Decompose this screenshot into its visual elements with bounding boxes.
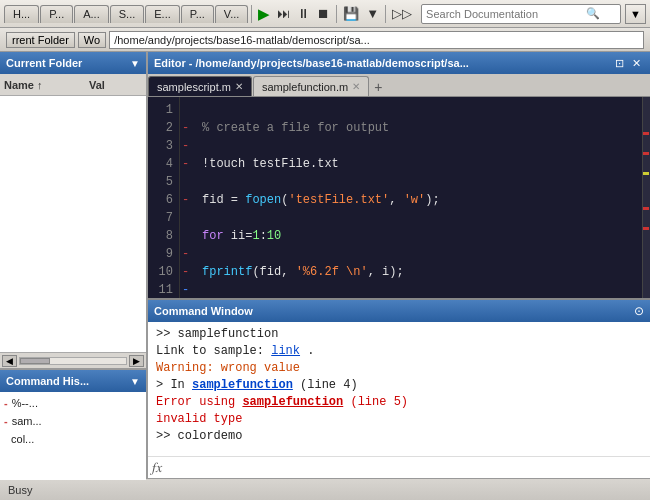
editor-titlebar: Editor - /home/andy/projects/base16-matl… [148, 52, 650, 74]
cmd-bullet-1: - [4, 415, 8, 427]
save-button[interactable]: 💾 [340, 5, 362, 23]
file-panel-header: Current Folder ▼ [0, 52, 146, 74]
toolbar-tab-0[interactable]: H... [4, 5, 39, 23]
cmd-link-suffix: . [307, 344, 314, 358]
search-box: 🔍 [421, 4, 621, 24]
code-line-5: fprintf(fid, '%6.2f \n', i); [202, 263, 642, 281]
current-folder-label: rrent Folder [12, 34, 69, 46]
cmd-error-using-line: Error using samplefunction (line 5) [156, 394, 642, 411]
cmd-line-0: >> samplefunction [156, 326, 642, 343]
toolbar-tab-6[interactable]: V... [215, 5, 249, 23]
scroll-right-btn[interactable]: ▶ [129, 355, 144, 367]
file-list-header: Name ↑ Val [0, 74, 146, 96]
cmd-history-item-0[interactable]: - %--... [4, 394, 142, 412]
scroll-left-btn[interactable]: ◀ [2, 355, 17, 367]
cmd-window-title: Command Window [154, 305, 253, 317]
editor-tab-close-0[interactable]: ✕ [235, 81, 243, 92]
toolbar-tab-1[interactable]: P... [40, 5, 73, 23]
cmd-input-area: 𝑓𝑥 [148, 456, 650, 478]
cmd-prompt-symbol-0: >> [156, 327, 178, 341]
file-panel-menu-btn[interactable]: ▼ [130, 58, 140, 69]
cmd-line-6: >> colordemo [156, 428, 642, 445]
command-window: Command Window ⊙ >> samplefunction Link … [148, 298, 650, 478]
col-name-header[interactable]: Name ↑ [4, 79, 89, 91]
extra-button[interactable]: ▷▷ [389, 5, 415, 23]
editor-area: Editor - /home/andy/projects/base16-matl… [148, 52, 650, 298]
editor-tab-label-0: samplescript.m [157, 81, 231, 93]
col-val-header[interactable]: Val [89, 79, 142, 91]
cmd-history-panel: Command His... ▼ - %--... - sam... col..… [0, 368, 146, 478]
cmd-error-loc-line: > In samplefunction (line 4) [156, 377, 642, 394]
line-numbers: 1 2 3 4 5 6 7 8 9 10 11 12 [148, 97, 180, 298]
pause-button[interactable]: ⏸ [294, 5, 313, 23]
filter-button[interactable]: ▼ [625, 4, 646, 24]
cmd-error-loc-prefix: > In [156, 378, 192, 392]
cmd-text-1: sam... [12, 415, 42, 427]
scroll-marker-red-3 [643, 207, 649, 210]
code-line-4: for ii=1:10 [202, 227, 642, 245]
cmd-error-using-prefix: Error using [156, 395, 242, 409]
left-panel: Current Folder ▼ Name ↑ Val ◀ ▶ Command … [0, 52, 148, 478]
path-display: /home/andy/projects/base16-matlab/demosc… [109, 31, 644, 49]
new-tab-btn[interactable]: + [370, 79, 386, 95]
cmd-prompt-text-0: samplefunction [178, 327, 279, 341]
scroll-thumb [20, 358, 50, 364]
editor-content: 1 2 3 4 5 6 7 8 9 10 11 12 - - [148, 97, 650, 298]
editor-close-btn[interactable]: ✕ [629, 57, 644, 70]
cmd-bullet-2 [4, 433, 7, 445]
code-line-2: !touch testFile.txt [202, 155, 642, 173]
horizontal-scrollbar: ◀ ▶ [0, 352, 146, 368]
editor-tab-close-1[interactable]: ✕ [352, 81, 360, 92]
cmd-prompt-text-6: colordemo [178, 429, 243, 443]
editor-detach-btn[interactable]: ⊡ [612, 57, 627, 70]
toolbar-tab-4[interactable]: E... [145, 5, 180, 23]
separator [251, 5, 252, 23]
cmd-history-list: - %--... - sam... col... [0, 392, 146, 480]
top-toolbar: H... P... A... S... E... P... V... ▶ ⏭ ⏸… [0, 0, 650, 28]
editor-tab-1[interactable]: samplefunction.m ✕ [253, 76, 369, 96]
right-panel: Editor - /home/andy/projects/base16-matl… [148, 52, 650, 478]
cmd-bullet-0: - [4, 397, 8, 409]
cmd-text-0: %--... [12, 397, 38, 409]
path-toolbar: rrent Folder Wo /home/andy/projects/base… [0, 28, 650, 52]
workspace-label: Wo [84, 34, 100, 46]
cmd-error-loc-suffix: (line 4) [300, 378, 358, 392]
scroll-track[interactable] [19, 357, 127, 365]
main-layout: Current Folder ▼ Name ↑ Val ◀ ▶ Command … [0, 52, 650, 478]
search-input[interactable] [426, 8, 586, 20]
cmd-link-prefix: Link to sample: [156, 344, 271, 358]
cmd-error-fn[interactable]: samplefunction [242, 395, 343, 409]
cmd-text-2: col... [11, 433, 34, 445]
cmd-history-item-2[interactable]: col... [4, 430, 142, 448]
separator3 [385, 5, 386, 23]
editor-tab-0[interactable]: samplescript.m ✕ [148, 76, 252, 96]
cmd-history-menu-btn[interactable]: ▼ [130, 376, 140, 387]
cmd-warning-line: Warning: wrong value [156, 360, 642, 377]
step-button[interactable]: ⏭ [274, 5, 293, 23]
file-list [0, 96, 146, 352]
toolbar-tab-2[interactable]: A... [74, 5, 109, 23]
cmd-window-header: Command Window ⊙ [148, 300, 650, 322]
current-folder-btn[interactable]: rrent Folder [6, 32, 75, 48]
search-icon: 🔍 [586, 7, 600, 20]
workspace-btn[interactable]: Wo [78, 32, 106, 48]
file-panel-title: Current Folder [6, 57, 82, 69]
stop-button[interactable]: ⏹ [314, 5, 333, 23]
toolbar-tab-3[interactable]: S... [110, 5, 145, 23]
more-button[interactable]: ▼ [363, 5, 382, 23]
cmd-window-expand-btn[interactable]: ⊙ [634, 304, 644, 318]
scroll-marker-red-1 [643, 132, 649, 135]
path-text: /home/andy/projects/base16-matlab/demosc… [114, 34, 370, 46]
cmd-history-item-1[interactable]: - sam... [4, 412, 142, 430]
editor-code[interactable]: % create a file for output !touch testFi… [194, 97, 650, 298]
editor-title: Editor - /home/andy/projects/base16-matl… [154, 57, 612, 69]
cmd-error-loc-fn[interactable]: samplefunction [192, 378, 293, 392]
status-bar: Busy [0, 478, 650, 500]
run-button[interactable]: ▶ [255, 5, 273, 23]
separator2 [336, 5, 337, 23]
cmd-input-field[interactable] [166, 461, 646, 475]
cmd-link[interactable]: link [271, 344, 300, 358]
toolbar-tab-5[interactable]: P... [181, 5, 214, 23]
cmd-history-header: Command His... ▼ [0, 370, 146, 392]
cmd-history-title: Command His... [6, 375, 89, 387]
